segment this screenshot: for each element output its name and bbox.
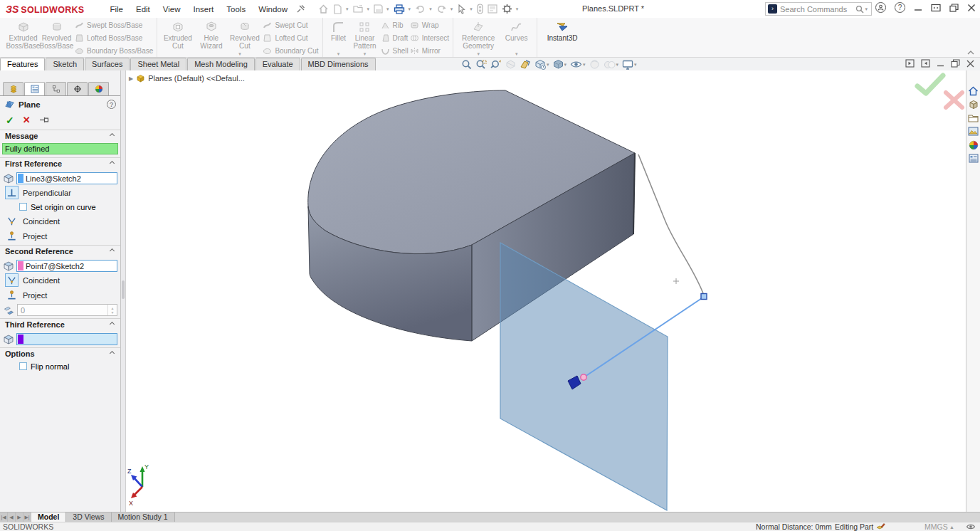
message-group-header[interactable]: Message — [0, 130, 120, 141]
third-reference-selection-box[interactable] — [16, 333, 117, 345]
redo-caret[interactable]: ▾ — [451, 6, 453, 12]
print-button[interactable] — [392, 3, 406, 16]
zoom-to-area-icon[interactable] — [475, 59, 487, 70]
hide-show-caret[interactable]: ▾ — [583, 62, 586, 68]
set-origin-checkbox[interactable] — [19, 203, 27, 211]
view-orientation-caret[interactable]: ▾ — [547, 62, 549, 68]
third-reference-group-header[interactable]: Third Reference — [0, 318, 120, 330]
tab-surfaces[interactable]: Surfaces — [85, 58, 130, 70]
doc-close-button[interactable] — [966, 60, 974, 68]
tab-3d-views[interactable]: 3D Views — [66, 512, 111, 522]
search-icon[interactable] — [855, 5, 864, 14]
tab-motion-study-1[interactable]: Motion Study 1 — [112, 512, 175, 522]
tab-sketch[interactable]: Sketch — [46, 58, 84, 70]
selected-point7[interactable] — [581, 374, 586, 380]
search-scope-caret[interactable]: ▾ — [865, 6, 868, 12]
coincident-button[interactable] — [5, 214, 19, 228]
open-button[interactable] — [352, 3, 365, 15]
fullscreen-button[interactable] — [931, 4, 941, 12]
flyout-feature-tree[interactable]: ▶ Planes (Default) <<Defaul... — [129, 74, 245, 83]
undo-caret[interactable]: ▾ — [429, 6, 432, 12]
home-button[interactable] — [317, 2, 330, 16]
save-caret[interactable]: ▾ — [386, 6, 389, 12]
open-caret[interactable]: ▾ — [367, 6, 370, 12]
reference-geometry-caret[interactable]: ▾ — [477, 51, 480, 57]
undo-button[interactable] — [413, 3, 427, 15]
pin-menu-icon[interactable] — [296, 4, 305, 14]
display-style-icon[interactable]: ▾ — [553, 59, 567, 70]
sketch-vertex-handle[interactable] — [701, 294, 707, 300]
ribbon-collapse-chevron[interactable] — [967, 51, 974, 55]
project-button[interactable] — [5, 229, 19, 243]
redo-button[interactable] — [435, 3, 448, 15]
confirmation-corner[interactable] — [917, 75, 962, 107]
project-button[interactable] — [5, 288, 19, 302]
menu-view[interactable]: View — [157, 3, 186, 16]
curves-caret[interactable]: ▾ — [515, 51, 518, 57]
panel-splitter[interactable] — [121, 70, 126, 512]
ok-button[interactable]: ✓ — [6, 115, 14, 126]
select-caret[interactable]: ▾ — [470, 6, 473, 12]
scroll-first-icon[interactable]: |◀ — [0, 512, 8, 522]
pane-right-icon[interactable] — [921, 59, 930, 68]
display-style-caret[interactable]: ▾ — [564, 62, 567, 68]
scroll-last-icon[interactable]: ▶| — [23, 512, 31, 522]
search-input[interactable] — [777, 5, 855, 14]
menu-file[interactable]: File — [104, 3, 129, 16]
tab-sheet-metal[interactable]: Sheet Metal — [130, 58, 186, 70]
sketch-point-cross[interactable] — [673, 278, 679, 284]
new-caret[interactable]: ▾ — [346, 6, 349, 12]
select-button[interactable] — [455, 3, 468, 16]
sketch2-geometry[interactable] — [638, 154, 704, 295]
menu-insert[interactable]: Insert — [188, 3, 220, 16]
file-explorer-icon[interactable] — [967, 112, 980, 124]
perpendicular-button[interactable] — [5, 186, 19, 199]
scroll-next-icon[interactable]: ▶ — [16, 512, 23, 522]
options-gear-button[interactable] — [500, 2, 514, 16]
tab-features[interactable]: Features — [0, 58, 45, 70]
menu-tools[interactable]: Tools — [221, 3, 251, 16]
view-orientation-icon[interactable]: ▾ — [534, 59, 549, 70]
distance-input[interactable]: 0 ▲▼ — [17, 304, 117, 316]
new-document-button[interactable] — [332, 3, 344, 16]
menu-edit[interactable]: Edit — [130, 3, 156, 16]
splitter-grip[interactable] — [122, 280, 125, 299]
distance-spinner[interactable]: ▲▼ — [107, 305, 117, 315]
units-caret[interactable]: ▲ — [949, 523, 954, 531]
help-icon[interactable]: ? — [895, 2, 905, 13]
model-canvas[interactable]: Y Z X — [126, 70, 966, 512]
first-reference-group-header[interactable]: First Reference — [0, 157, 120, 169]
file-properties-button[interactable] — [486, 3, 499, 15]
print-caret[interactable]: ▾ — [409, 6, 411, 12]
custom-properties-icon[interactable] — [967, 152, 980, 164]
flyout-tree-label[interactable]: Planes (Default) <<Defaul... — [148, 74, 245, 83]
tab-featuremanager-tree[interactable] — [3, 82, 23, 95]
confirm-ok-icon[interactable] — [917, 75, 943, 93]
instant3d-button[interactable]: Instant3D — [541, 19, 584, 57]
apply-scene-caret[interactable]: ▾ — [616, 62, 619, 68]
options-caret[interactable]: ▾ — [516, 6, 519, 12]
graphics-viewport[interactable]: Y Z X ▶ Planes (Default) <<Defaul... — [126, 70, 966, 512]
tags-icon[interactable] — [966, 522, 976, 531]
view-settings-icon[interactable]: ▾ — [622, 60, 637, 70]
coincident-button[interactable] — [5, 273, 19, 287]
tab-propertymanager[interactable] — [24, 82, 45, 95]
flip-normal-checkbox[interactable] — [19, 362, 27, 370]
hide-show-items-icon[interactable]: ▾ — [570, 60, 586, 69]
menu-window[interactable]: Window — [253, 3, 293, 16]
user-account-icon[interactable] — [875, 2, 886, 13]
second-reference-selection-box[interactable]: Point7@Sketch2 — [16, 260, 117, 272]
keep-visible-pin-icon[interactable] — [39, 117, 50, 123]
tab-dimxpertmanager[interactable] — [67, 82, 88, 95]
tab-mesh-modeling[interactable]: Mesh Modeling — [187, 58, 255, 70]
view-palette-icon[interactable] — [967, 125, 980, 137]
search-commands-box[interactable]: › ▾ — [765, 2, 872, 16]
pane-left-icon[interactable] — [905, 59, 915, 68]
units-selector[interactable]: MMGS — [924, 523, 948, 531]
cancel-button[interactable]: ✕ — [23, 115, 31, 125]
fillet-caret[interactable]: ▾ — [337, 51, 340, 57]
tab-displaymanager[interactable] — [88, 82, 109, 95]
linear-pattern-caret[interactable]: ▾ — [364, 51, 367, 57]
rebuild-button[interactable] — [475, 2, 485, 16]
confirm-cancel-icon[interactable] — [946, 93, 962, 107]
